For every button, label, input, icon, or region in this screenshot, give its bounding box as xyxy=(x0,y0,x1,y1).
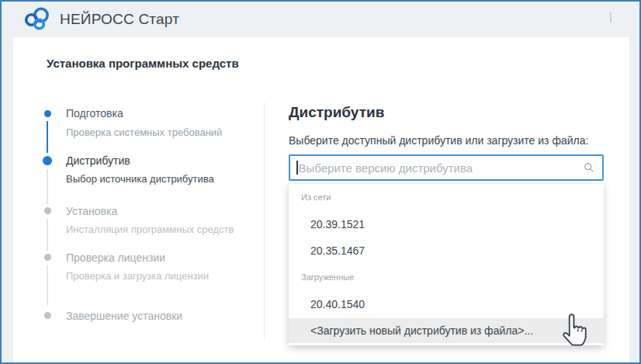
neyross-logo-icon xyxy=(23,6,51,33)
step-connector xyxy=(47,219,48,251)
step-connector xyxy=(47,121,48,153)
installer-panel: Установка программных средств Подготовка… xyxy=(13,37,629,362)
step-dot-installation xyxy=(44,207,51,214)
step-dot-preparation xyxy=(44,110,51,117)
step-title-installation: Установка xyxy=(66,204,117,218)
content-description: Выберите доступный дистрибутив или загру… xyxy=(289,133,588,147)
text-caret xyxy=(296,161,298,175)
step-dot-finish xyxy=(44,312,51,319)
step-dot-distribution xyxy=(43,156,52,165)
dropdown-item-version[interactable]: 20.39.1521 xyxy=(289,211,604,237)
app-header: НЕЙРОСС Старт xyxy=(2,2,639,37)
content-heading: Дистрибутив xyxy=(289,104,384,121)
step-subtitle-license-check: Проверка и загрузка лицензии xyxy=(66,269,209,283)
app-title: НЕЙРОСС Старт xyxy=(60,11,179,28)
step-title-finish: Завершение установки xyxy=(66,309,182,323)
step-title-preparation: Подготовка xyxy=(66,106,123,120)
step-connector xyxy=(47,265,48,306)
distribution-combobox[interactable] xyxy=(289,154,604,181)
search-icon xyxy=(584,162,594,173)
step-title-license-check: Проверка лицензии xyxy=(66,251,165,265)
dropdown-group-uploaded: Загруженные xyxy=(301,272,354,283)
step-subtitle-preparation: Проверка системных требований xyxy=(66,126,222,139)
dropdown-item-version[interactable]: 20.40.1540 xyxy=(289,291,604,317)
step-dot-license-check xyxy=(44,254,51,261)
sidebar-divider xyxy=(264,102,265,339)
dropdown-item-load-from-file[interactable]: <Загрузить новый дистрибутив из файла>..… xyxy=(289,318,604,343)
scrollbar-thumb[interactable] xyxy=(610,12,612,23)
dropdown-group-network: Из сети xyxy=(301,192,331,203)
step-subtitle-installation: Инсталляция программных средств xyxy=(66,223,234,236)
step-connector xyxy=(47,169,48,204)
distribution-dropdown: Из сети 20.39.1521 20.35.1467 Загруженны… xyxy=(289,184,604,345)
step-title-distribution: Дистрибутив xyxy=(66,154,130,168)
distribution-search-input[interactable] xyxy=(299,161,584,175)
step-subtitle-distribution: Выбор источника дистрибутива xyxy=(66,172,214,185)
hand-pointer-cursor xyxy=(560,314,587,348)
page-title: Установка программных средств xyxy=(47,57,239,70)
dropdown-item-version[interactable]: 20.35.1467 xyxy=(289,237,604,264)
